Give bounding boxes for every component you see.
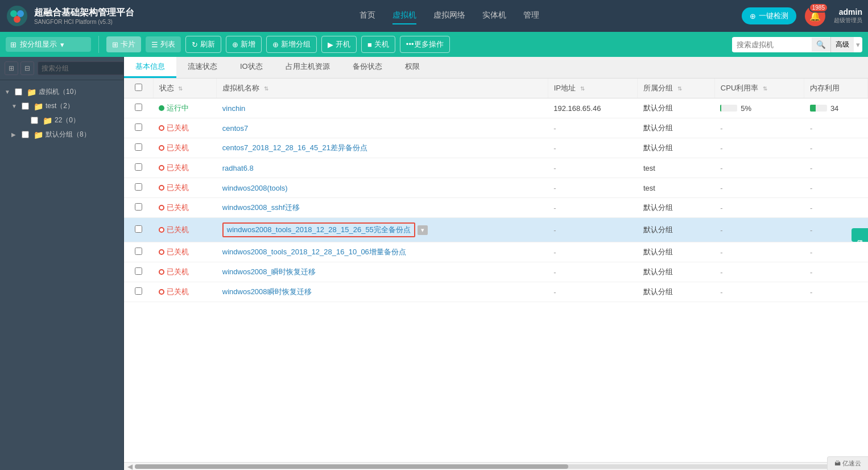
tree-item-test[interactable]: ▼ 📁 test（2） <box>0 99 123 113</box>
table-row: 已关机centos7-默认分组-- <box>124 118 868 138</box>
row-group: 默认分组 <box>638 118 714 138</box>
dash: - <box>553 184 556 192</box>
dash: - <box>720 164 722 172</box>
row-checkbox[interactable] <box>135 248 142 255</box>
tree-item-default[interactable]: ▶ 📁 默认分组（8） <box>0 127 123 142</box>
power-on-button[interactable]: ▶ 开机 <box>321 36 357 53</box>
tab-permissions[interactable]: 权限 <box>394 57 431 78</box>
add-group-label: 新增分组 <box>281 39 311 50</box>
toolbar: ⊞ 按分组显示 ▾ ⊞ 卡片 ☰ 列表 ↻ 刷新 ⊕ 新增 ⊕ 新增分组 ▶ 开… <box>0 32 868 57</box>
vm-name-link[interactable]: windwos2008瞬时恢复迁移 <box>222 287 312 296</box>
vm-name-link[interactable]: windwos2008_sshf迁移 <box>222 203 300 212</box>
sidebar-icon-group: ⊞ ⊟ <box>5 61 34 75</box>
tree-item-vms[interactable]: ▼ 📁 虚拟机（10） <box>0 85 123 99</box>
tab-io-status[interactable]: IO状态 <box>229 57 274 78</box>
notification-bell[interactable]: 🔔 1985 <box>805 6 825 26</box>
row-checkbox-cell <box>124 118 153 138</box>
row-checkbox[interactable] <box>135 225 142 233</box>
vm-name-link[interactable]: windwos2008_tools_2018_12_28_15_26_55完全备… <box>227 225 411 234</box>
group-selector[interactable]: ⊞ 按分组显示 ▾ <box>6 37 91 52</box>
refresh-button[interactable]: ↻ 刷新 <box>185 36 221 53</box>
folder-icon-default: 📁 <box>34 130 43 139</box>
row-checkbox[interactable] <box>135 183 142 191</box>
tab-host-resource[interactable]: 占用主机资源 <box>274 57 341 78</box>
card-view-button[interactable]: ⊞ 卡片 <box>106 36 141 52</box>
status-text: 已关机 <box>167 203 189 213</box>
vm-name-link[interactable]: windwos2008_瞬时恢复迁移 <box>222 267 316 276</box>
sort-icon-status[interactable]: ⇅ <box>178 85 183 92</box>
sidebar-collapse-all-button[interactable]: ⊟ <box>20 61 34 75</box>
tab-basic-info[interactable]: 基本信息 <box>124 57 176 78</box>
row-checkbox-cell <box>124 218 153 242</box>
sidebar-expand-all-button[interactable]: ⊞ <box>5 61 18 75</box>
row-checkbox-cell <box>124 158 153 178</box>
nav-physical[interactable]: 实体机 <box>482 7 506 24</box>
row-group: 默认分组 <box>638 242 714 262</box>
vm-dropdown-button[interactable]: ▾ <box>418 225 428 235</box>
right-float-button[interactable]: 亿速云 <box>852 228 868 242</box>
tree-checkbox-vms[interactable] <box>15 88 22 96</box>
nav-vnet[interactable]: 虚拟网络 <box>433 7 465 24</box>
add-button[interactable]: ⊕ 新增 <box>226 36 262 53</box>
check-label: 一键检测 <box>759 11 788 21</box>
tab-flow-status[interactable]: 流速状态 <box>176 57 229 78</box>
row-checkbox[interactable] <box>135 104 142 111</box>
admin-info: admin 超级管理员 <box>834 7 862 24</box>
table-row: 已关机windwos2008_瞬时恢复迁移-默认分组-- <box>124 262 868 282</box>
more-actions-button[interactable]: •••更多操作 <box>400 36 450 53</box>
dash: - <box>810 164 812 172</box>
vm-name-link[interactable]: vinchin <box>222 104 245 113</box>
sidebar-search-input[interactable] <box>38 61 124 75</box>
nav-home[interactable]: 首页 <box>359 7 375 24</box>
svg-point-1 <box>10 10 17 17</box>
dash: - <box>553 288 556 296</box>
dash: - <box>720 204 722 212</box>
row-checkbox[interactable] <box>135 267 142 275</box>
tab-backup-status[interactable]: 备份状态 <box>341 57 394 78</box>
scroll-left-arrow[interactable]: ◀ <box>125 463 135 471</box>
nav-vm[interactable]: 虚拟机 <box>392 7 416 24</box>
vm-data-table: 状态 ⇅ 虚拟机名称 ⇅ IP地址 ⇅ 所属分组 <box>124 79 868 302</box>
sort-icon-ip[interactable]: ⇅ <box>580 85 585 92</box>
advanced-button[interactable]: 高级 <box>830 37 854 52</box>
tree-checkbox-22[interactable] <box>31 117 38 124</box>
dash: - <box>553 226 556 234</box>
vm-name-link[interactable]: centos7_2018_12_28_16_45_21差异备份点 <box>222 143 367 152</box>
col-name-label: 虚拟机名称 <box>222 84 259 92</box>
group-icon: ⊞ <box>10 40 16 49</box>
vm-name-link[interactable]: radhat6.8 <box>222 164 254 172</box>
search-input[interactable] <box>732 38 812 52</box>
scroll-track[interactable] <box>135 464 857 469</box>
dash: - <box>810 288 812 296</box>
power-off-button[interactable]: ■ 关机 <box>361 36 395 53</box>
vm-name-link[interactable]: windwos2008(tools) <box>222 184 288 192</box>
nav-manage[interactable]: 管理 <box>523 7 539 24</box>
advanced-arrow[interactable]: ▾ <box>854 38 862 52</box>
tree-checkbox-default[interactable] <box>22 131 29 138</box>
list-view-button[interactable]: ☰ 列表 <box>146 36 181 52</box>
notification-badge: 1985 <box>809 3 828 13</box>
search-button[interactable]: 🔍 <box>812 38 830 52</box>
col-ip-label: IP地址 <box>554 84 576 92</box>
logo-text: 超融合基础架构管理平台 SANGFOR HCI Platform (v5.3) <box>34 7 134 25</box>
scroll-thumb[interactable] <box>135 464 568 469</box>
vm-name-link[interactable]: centos7 <box>222 124 249 133</box>
col-mem-label: 内存利用 <box>810 84 840 92</box>
select-all-checkbox[interactable] <box>135 84 142 91</box>
sort-icon-cpu[interactable]: ⇅ <box>763 85 767 92</box>
sort-icon-name[interactable]: ⇅ <box>264 85 268 92</box>
row-checkbox[interactable] <box>135 203 142 211</box>
horizontal-scrollbar[interactable]: ◀ ▶ <box>124 462 868 470</box>
row-checkbox[interactable] <box>135 123 142 131</box>
refresh-icon: ↻ <box>192 40 198 49</box>
check-button[interactable]: ⊕ 一键检测 <box>742 7 796 24</box>
sort-icon-group[interactable]: ⇅ <box>677 85 682 92</box>
vm-name-link[interactable]: windwos2008_tools_2018_12_28_16_10_06增量备… <box>222 248 406 256</box>
tree-checkbox-test[interactable] <box>22 102 29 110</box>
row-checkbox[interactable] <box>135 287 142 295</box>
row-checkbox[interactable] <box>135 143 142 151</box>
row-checkbox[interactable] <box>135 163 142 171</box>
add-group-button[interactable]: ⊕ 新增分组 <box>266 36 317 53</box>
tree-item-22[interactable]: 📁 22（0） <box>0 113 123 127</box>
row-cpu: - <box>714 118 804 138</box>
